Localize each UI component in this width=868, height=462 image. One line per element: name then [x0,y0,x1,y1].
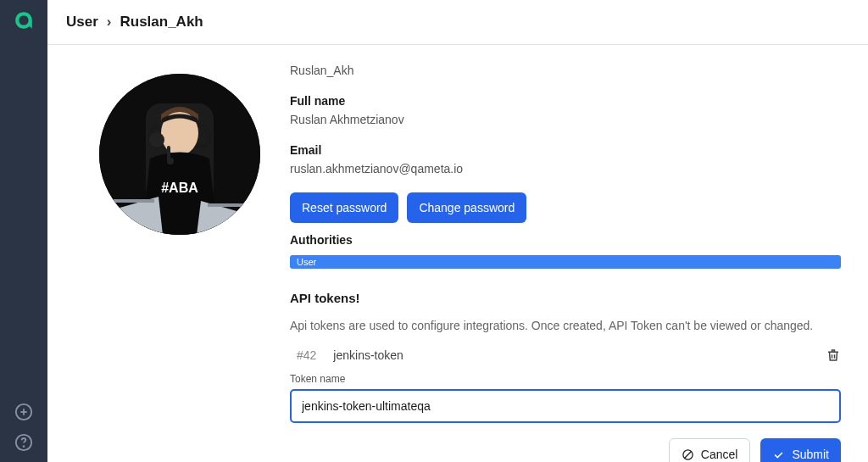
sidebar [0,0,47,462]
cancel-button-label: Cancel [701,448,738,461]
svg-point-4 [24,446,25,447]
main-area: User › Ruslan_Akh #ABA [47,0,868,462]
cancel-icon [682,448,694,461]
chevron-right-icon: › [107,14,112,31]
submit-button-label: Submit [792,448,829,461]
authorities-label: Authorities [290,233,841,247]
svg-rect-13 [208,203,257,207]
breadcrumb: User › Ruslan_Akh [47,0,868,45]
breadcrumb-current: Ruslan_Akh [120,14,203,31]
svg-rect-12 [103,199,154,203]
svg-point-11 [167,158,174,164]
change-password-button[interactable]: Change password [407,192,526,223]
reset-password-button[interactable]: Reset password [290,192,398,223]
svg-text:#ABA: #ABA [161,181,198,195]
authority-badge: User [290,255,841,269]
app-logo-icon [12,8,36,32]
api-tokens-description: Api tokens are used to configure integra… [290,319,841,332]
token-name-label: Token name [290,373,841,385]
username-text: Ruslan_Akh [290,64,841,77]
avatar: #ABA [99,74,260,235]
token-name: jenkins-token [333,348,403,362]
email-value: ruslan.akhmetzianov@qameta.io [290,162,841,175]
fullname-value: Ruslan Akhmetzianov [290,113,841,126]
token-row: #42 jenkins-token [290,348,841,363]
check-icon [772,448,785,461]
api-tokens-title: API tokens! [290,291,841,305]
email-label: Email [290,143,841,157]
cancel-button[interactable]: Cancel [669,438,751,462]
token-name-input[interactable] [290,389,841,423]
delete-icon[interactable] [826,348,841,363]
add-icon[interactable] [14,403,33,421]
svg-point-9 [149,132,164,148]
breadcrumb-root[interactable]: User [66,14,98,31]
help-icon[interactable] [14,433,33,452]
submit-button[interactable]: Submit [760,438,841,462]
fullname-label: Full name [290,94,841,108]
svg-line-17 [685,451,692,458]
token-id: #42 [290,348,316,362]
